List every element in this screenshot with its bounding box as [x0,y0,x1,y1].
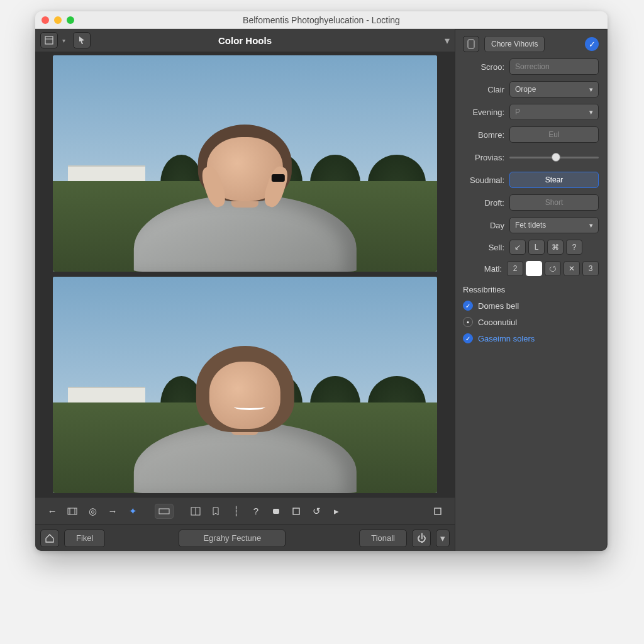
sparkle-icon[interactable]: ✦ [125,504,141,519]
input-droft[interactable]: Short [509,194,599,211]
square-icon[interactable] [288,504,304,519]
svg-rect-9 [293,508,299,514]
bookmark-icon[interactable] [208,504,224,519]
input-bomre[interactable]: Eul [509,126,599,143]
matl-tool-2-icon[interactable]: ✕ [564,261,580,276]
layout-button[interactable] [40,32,58,48]
canvas[interactable] [35,52,455,497]
label-bomre: Bomre: [463,130,504,140]
sell-opt-4-icon[interactable]: ? [566,240,582,255]
footer-button-1[interactable]: Fikel [64,530,105,547]
columns-icon[interactable] [187,504,204,519]
close-icon[interactable] [42,16,49,24]
select-evening[interactable]: P [509,104,599,120]
matl-swatch-icon[interactable] [526,261,542,276]
responsibilities-heading: Ressibrities [463,285,599,294]
sell-opt-3-icon[interactable]: ⌘ [547,240,564,255]
label-day: Day [463,221,504,230]
matl-val-1[interactable]: 2 [507,261,523,276]
resp-opt-1[interactable]: ✓ Domes bell [463,301,599,311]
select-clair[interactable]: Orope [509,81,599,97]
side-panel-header: Chore Vihovis ✓ [463,36,599,52]
sell-icon-row: ↙ L ⌘ ? [509,240,582,255]
layout-dropdown-icon[interactable]: ▾ [59,37,68,44]
svg-rect-5 [159,509,169,514]
resp-opt-2[interactable]: • Cooonutiul [463,317,599,327]
app-body: ▾ Color Hools ▾ [35,29,608,551]
resp-opt-1-label: Domes bell [478,301,519,311]
window-title: Belfomentis Photoghyelucation - Locting [35,15,608,25]
svg-rect-8 [273,509,279,514]
label-provias: Provias: [463,153,504,162]
svg-rect-11 [468,40,474,48]
help-icon[interactable]: ? [248,504,264,519]
target-icon[interactable]: ◎ [84,504,101,519]
confirm-badge-icon[interactable]: ✓ [585,37,599,51]
input-scroo[interactable]: Sorrection [509,58,599,75]
matl-tool-1-icon[interactable]: ⭯ [545,261,561,276]
history-icon[interactable]: ↺ [308,504,325,519]
back-icon[interactable]: ← [44,504,60,519]
checkbox-on-icon: ✓ [463,301,473,311]
cursor-button[interactable] [73,32,91,48]
sell-opt-2-icon[interactable]: L [528,240,545,255]
editor-footer: Fikel Egrahy Fectune Tionall ⏻ ▾ [35,525,455,551]
rect-tool-icon[interactable] [155,504,174,519]
power-dropdown-icon[interactable]: ▾ [436,530,450,547]
view-chip[interactable]: Chore Vihovis [484,36,545,52]
editor-title: Color Hools [35,35,455,46]
matl-icon-row: 2 ⭯ ✕ 3 [507,261,599,276]
app-window: Belfomentis Photoghyelucation - Locting … [35,11,608,551]
forward-icon[interactable]: → [104,504,121,519]
resp-opt-2-label: Cooonutiul [478,318,517,327]
footer-button-2[interactable]: Egrahy Fectune [179,530,286,547]
label-clair: Clair [463,85,504,94]
editor-panel: ▾ Color Hools ▾ [35,29,455,551]
editor-menu-dropdown-icon[interactable]: ▾ [445,35,450,47]
label-matl: Matl: [463,264,502,274]
editor-header: ▾ Color Hools ▾ [35,29,455,52]
window-controls [42,16,74,24]
maximize-icon[interactable] [67,16,74,24]
device-icon[interactable] [463,36,479,52]
label-scroo: Scroo: [463,62,504,72]
label-evening: Evening: [463,108,504,117]
slider-provias[interactable] [509,149,599,165]
label-droft: Droft: [463,198,504,208]
svg-rect-2 [68,508,77,514]
photo-top[interactable] [53,55,437,272]
adjust-icon[interactable]: ┆ [228,504,244,519]
minimize-icon[interactable] [54,16,62,24]
svg-rect-0 [45,36,53,44]
canvas-inner [53,55,437,493]
matl-val-2[interactable]: 3 [582,261,599,276]
svg-rect-10 [435,508,441,514]
input-soudmal[interactable]: Stear [509,172,599,188]
select-day[interactable]: Fet tidets [509,217,599,233]
sell-opt-1-icon[interactable]: ↙ [509,240,526,255]
power-button[interactable]: ⏻ [412,530,431,547]
titlebar: Belfomentis Photoghyelucation - Locting [35,11,608,29]
label-soudmal: Soudmal: [463,175,504,185]
resp-opt-3-label: Gaseimn solers [478,334,535,343]
radio-off-icon: • [463,317,473,327]
photo-bottom[interactable] [53,277,437,493]
editor-toolbar: ← ◎ → ✦ [35,497,455,525]
side-panel: Chore Vihovis ✓ Scroo: Sorrection Clair … [455,29,606,551]
home-button[interactable] [40,530,59,547]
fullscreen-icon[interactable] [430,504,446,519]
stop-icon[interactable] [268,504,284,519]
play-icon[interactable]: ▸ [328,504,345,519]
footer-button-3[interactable]: Tionall [359,530,407,547]
film-icon[interactable] [64,504,80,519]
main-row: ▾ Color Hools ▾ [35,29,608,551]
resp-opt-3[interactable]: ✓ Gaseimn solers [463,333,599,343]
label-sell: Sell: [463,243,504,252]
checkbox-on-icon: ✓ [463,333,473,343]
